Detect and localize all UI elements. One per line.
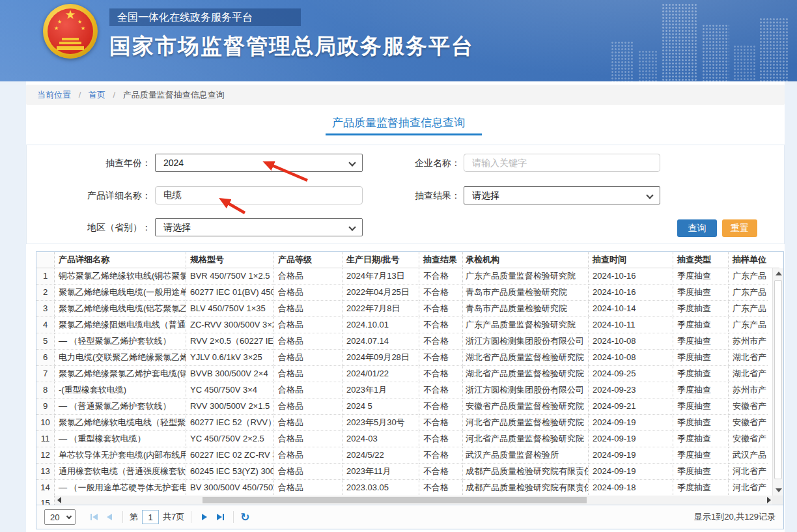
breadcrumb-separator: / — [79, 90, 81, 100]
breadcrumb-separator: / — [113, 90, 116, 100]
table-row[interactable]: 3聚氯乙烯绝缘电线电缆(铝芯聚氯乙烯绝BLV 450/750V 1×35合格品2… — [36, 301, 772, 317]
cell-num: 13 — [36, 464, 55, 480]
cell-time: 2024-09-25 — [589, 366, 673, 382]
cell-num: 8 — [36, 382, 55, 399]
site-header: ★ ★★ ★★ 全国一体化在线政务服务平台 国家市场监督管理总局政务服务平台 — [0, 0, 797, 81]
refresh-icon[interactable]: ↻ — [240, 511, 249, 524]
cell-name: 聚氯乙烯绝缘聚氯乙烯护套电缆(铜芯聚 — [55, 366, 186, 382]
header-cell-type[interactable]: 抽查类型 — [673, 252, 729, 268]
result-label: 抽查结果： — [365, 186, 460, 204]
building-graphic — [638, 50, 658, 81]
page-prefix-label: 第 — [130, 511, 138, 523]
header-cell-num[interactable] — [36, 252, 55, 268]
cell-model: RVV 300/500V 2×1.5 （6 — [186, 399, 274, 415]
cell-agency: 广东产品质量监督检验研究院 — [463, 268, 589, 285]
header-cell-date[interactable]: 生产日期/批号 — [343, 252, 419, 268]
cell-name: 铜芯聚氯乙烯绝缘软电线(铜芯聚氯乙烯绝缘 — [55, 268, 186, 285]
cell-time: 2024-09-18 — [589, 480, 673, 496]
header-cell-unit[interactable]: 抽样单位 — [729, 252, 768, 268]
table-row[interactable]: 12单芯软导体无护套电缆(内部布线用导体60227 IEC 02 ZC-RV 3… — [36, 447, 772, 464]
cell-time: 2024-09-19 — [589, 431, 673, 447]
header-cell-grade[interactable]: 产品等级 — [274, 252, 343, 268]
cell-num: 6 — [36, 350, 55, 366]
breadcrumb-home-link[interactable]: 首页 — [89, 90, 105, 100]
cell-type: 季度抽查 — [673, 333, 729, 350]
cell-date: 2023年1月 — [343, 382, 419, 399]
cell-grade: 合格品 — [274, 431, 343, 447]
region-select[interactable]: 请选择 — [155, 218, 363, 236]
chevron-down-icon — [66, 514, 72, 519]
cell-date: 2024-03 — [343, 431, 419, 447]
cell-num: 1 — [36, 268, 55, 285]
horizontal-scrollbar[interactable] — [55, 496, 774, 505]
header-cell-model[interactable]: 规格型号 — [186, 252, 274, 268]
table-header-row: 产品详细名称规格型号产品等级生产日期/批号抽查结果承检机构抽查时间抽查类型抽样单… — [36, 252, 783, 268]
company-input[interactable] — [464, 154, 660, 172]
breadcrumb-current: 产品质量监督抽查信息查询 — [123, 90, 225, 100]
table-row[interactable]: 9— （普通聚氯乙烯护套软线）RVV 300/500V 2×1.5 （6合格品2… — [36, 399, 772, 415]
table-row[interactable]: 5— （轻型聚氯乙烯护套软线）RVV 2×0.5（60227 IEC合格品202… — [36, 333, 772, 350]
vertical-scroll-thumb[interactable] — [774, 280, 782, 479]
table-row[interactable]: 7聚氯乙烯绝缘聚氯乙烯护套电缆(铜芯聚BVVB 300/500V 2×4合格品2… — [36, 366, 772, 382]
cell-name: — （轻型聚氯乙烯护套软线） — [55, 333, 186, 350]
scroll-left-arrow-icon[interactable] — [57, 497, 61, 503]
cell-date: 2023年5月30号 — [343, 415, 419, 431]
header-cell-name[interactable]: 产品详细名称 — [55, 252, 186, 268]
cell-date: 2024.07.14 — [343, 333, 419, 350]
first-page-button[interactable] — [86, 510, 102, 524]
product-name-label: 产品详细名称： — [26, 186, 151, 204]
result-select[interactable]: 请选择 — [464, 186, 660, 204]
reset-button[interactable]: 重置 — [722, 219, 757, 237]
scroll-down-arrow-icon[interactable] — [776, 488, 782, 492]
cell-num: 2 — [36, 285, 55, 301]
table-row[interactable]: 10聚氯乙烯绝缘软电缆电线（轻型聚氯乙60277 IEC 52（RVV） 3×合… — [36, 415, 772, 431]
table-row[interactable]: 6电力电缆(交联聚乙烯绝缘聚氯乙烯护套YJLV 0.6/1kV 3×25合格品2… — [36, 350, 772, 366]
cell-model: ZC-RVV 300/500V 3×2.5 — [186, 317, 274, 333]
header-cell-agency[interactable]: 承检机构 — [463, 252, 589, 268]
cell-grade: 合格品 — [274, 317, 343, 333]
scroll-up-arrow-icon[interactable] — [776, 272, 782, 275]
cell-unit: 武汉产品 — [729, 447, 768, 464]
cell-type: 季度抽查 — [673, 447, 729, 464]
cell-model: 60245 IEC 53(YZ) 300/50 — [186, 464, 274, 480]
page-size-select[interactable]: 20 — [44, 509, 76, 525]
horizontal-scroll-thumb[interactable] — [203, 497, 587, 503]
header-cell-result[interactable]: 抽查结果 — [419, 252, 463, 268]
table-row[interactable]: 11— （重型橡套软电缆）YC 450/750V 2×2.5合格品2024-03… — [36, 431, 772, 447]
cell-unit: 广东产品 — [729, 285, 768, 301]
table-row[interactable]: 1铜芯聚氯乙烯绝缘软电线(铜芯聚氯乙烯绝缘BVR 450/750V 1×2.5合… — [36, 268, 772, 285]
header-cell-time[interactable]: 抽查时间 — [589, 252, 673, 268]
page-number-input[interactable] — [142, 510, 159, 524]
cell-result: 不合格 — [419, 431, 463, 447]
cell-result: 不合格 — [419, 366, 463, 382]
cell-agency: 广东产品质量监督检验研究院 — [463, 317, 589, 333]
last-page-button[interactable] — [212, 510, 228, 524]
table-row[interactable]: 8-(重型橡套软电缆)YC 450/750V 3×4合格品2023年1月不合格浙… — [36, 382, 772, 399]
year-select[interactable]: 2024 — [155, 154, 363, 172]
search-button[interactable]: 查询 — [677, 219, 717, 237]
cell-num: 4 — [36, 317, 55, 333]
cell-grade: 合格品 — [274, 415, 343, 431]
cell-result: 不合格 — [419, 333, 463, 350]
next-page-button[interactable] — [197, 510, 212, 524]
tab-product-quality-query[interactable]: 产品质量监督抽查信息查询 — [0, 115, 797, 130]
cell-num: 14 — [36, 480, 55, 496]
table-row[interactable]: 13通用橡套软电缆（普通强度橡套软线）60245 IEC 53(YZ) 300/… — [36, 464, 772, 480]
cell-time: 2024-09-19 — [589, 464, 673, 480]
cell-model: YJLV 0.6/1kV 3×25 — [186, 350, 274, 366]
prev-page-button[interactable] — [102, 510, 117, 524]
product-name-input[interactable] — [155, 186, 363, 204]
table-row[interactable]: 2聚氯乙烯绝缘电线电缆(一般用途单芯硬60277 IEC 01(BV) 450/… — [36, 285, 772, 301]
cell-agency: 浙江方圆检测集团股份有限公司 — [463, 382, 589, 399]
cell-grade: 合格品 — [274, 447, 343, 464]
cell-type: 季度抽查 — [673, 431, 729, 447]
pager-divider — [233, 511, 234, 523]
cell-date: 2023.03.05 — [343, 480, 419, 496]
scroll-right-arrow-icon[interactable] — [767, 497, 771, 503]
table-row[interactable]: 4聚氯乙烯绝缘阻燃电缆电线（普通聚氯ZC-RVV 300/500V 3×2.5合… — [36, 317, 772, 333]
cell-date: 2022年04月25日 — [343, 285, 419, 301]
chevron-down-icon — [348, 223, 356, 231]
vertical-scrollbar[interactable] — [772, 268, 783, 496]
table-row[interactable]: 14— （一般用途单芯硬导体无护套电缆）BV 300/500V 450/750V… — [36, 480, 772, 496]
cell-grade: 合格品 — [274, 480, 343, 496]
